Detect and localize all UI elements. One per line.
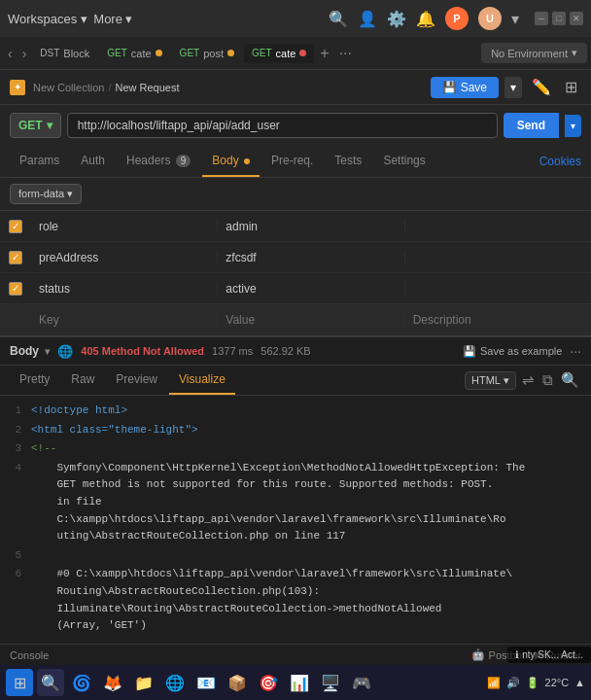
line-num-6: 6: [0, 566, 31, 634]
request-header: ✦ New Collection / New Request 💾 Save ▾ …: [0, 70, 591, 105]
search-icon[interactable]: 🔍: [329, 10, 348, 28]
edit-icon[interactable]: ✏️: [528, 76, 555, 98]
taskbar-app7-icon[interactable]: 🖥️: [317, 669, 344, 696]
checkbox-status[interactable]: ✓: [9, 282, 22, 296]
tab-get-cate-2[interactable]: GET cate: [244, 44, 314, 63]
taskbar-app6-icon[interactable]: 📊: [286, 669, 313, 696]
taskbar-chrome-icon[interactable]: 🌐: [161, 669, 189, 696]
copy-response-icon[interactable]: ⧉: [540, 369, 555, 391]
tab-prereq[interactable]: Pre-req.: [261, 146, 323, 177]
tab-label-dst: Block: [63, 48, 89, 59]
code-line-1: 1 <!doctype html>: [0, 402, 591, 421]
tab-params[interactable]: Params: [10, 146, 69, 177]
row-status-key: status: [31, 282, 218, 296]
response-tabs: Pretty Raw Preview Visualize HTML ▾ ⇌ ⧉ …: [0, 366, 591, 396]
row-role-checkbox[interactable]: ✓: [0, 220, 31, 233]
user-chevron[interactable]: ▾: [511, 10, 519, 28]
url-input[interactable]: [67, 113, 498, 138]
send-button[interactable]: Send: [504, 113, 559, 138]
response-dropdown[interactable]: ▾: [45, 346, 50, 357]
taskbar-app8-icon[interactable]: 🎮: [348, 669, 375, 696]
layout-icon[interactable]: ⊞: [561, 76, 581, 98]
tab-dot-orange-2: [227, 50, 234, 56]
taskbar-mail-icon[interactable]: 📧: [192, 669, 220, 696]
line-num-4: 4: [0, 460, 31, 545]
add-user-icon[interactable]: 👤: [358, 10, 377, 28]
format-selector[interactable]: HTML ▾: [465, 371, 516, 390]
checkbox-preaddress[interactable]: ✓: [9, 251, 22, 264]
request-tabs: Params Auth Headers 9 Body Pre-req. Test…: [0, 146, 591, 178]
tab-tests[interactable]: Tests: [325, 146, 371, 177]
response-more-button[interactable]: ···: [570, 343, 581, 359]
resp-tab-visualize[interactable]: Visualize: [169, 366, 235, 395]
send-label: Send: [517, 119, 545, 132]
new-tab-button[interactable]: +: [316, 45, 332, 62]
avatar[interactable]: U: [478, 7, 502, 30]
environment-selector[interactable]: No Environment ▾: [481, 43, 587, 63]
tab-settings-label: Settings: [383, 154, 425, 167]
tab-settings[interactable]: Settings: [373, 146, 435, 177]
taskbar-battery-icon[interactable]: 🔋: [526, 677, 539, 689]
tabs-prev-button[interactable]: ‹: [4, 46, 17, 61]
row-preaddress-checkbox[interactable]: ✓: [0, 251, 31, 264]
tab-headers[interactable]: Headers 9: [117, 146, 200, 177]
wrap-lines-icon[interactable]: ⇌: [520, 369, 537, 391]
workspaces-button[interactable]: Workspaces ▾: [8, 12, 87, 26]
send-dropdown-button[interactable]: ▾: [565, 115, 581, 137]
tab-dst-block[interactable]: DST Block: [32, 44, 97, 63]
settings-icon[interactable]: ⚙️: [387, 10, 406, 28]
line-num-2: 2: [0, 422, 31, 439]
taskbar-time: ▲: [574, 677, 585, 688]
more-chevron: ▾: [125, 12, 132, 26]
method-chevron: ▾: [47, 119, 52, 132]
search-response-icon[interactable]: 🔍: [559, 369, 581, 391]
tab-get-cate-1[interactable]: GET cate: [99, 44, 169, 63]
taskbar-firefox-icon[interactable]: 🦊: [99, 669, 126, 696]
response-code-area: 1 <!doctype html> 2 <html class="theme-l…: [0, 396, 591, 644]
form-data-selector[interactable]: form-data ▾: [10, 184, 82, 204]
tabs-next-button[interactable]: ›: [18, 46, 31, 61]
tab-body[interactable]: Body: [202, 146, 260, 177]
taskbar-software-icon[interactable]: 📦: [224, 669, 251, 696]
taskbar-search-button[interactable]: 🔍: [37, 669, 64, 696]
close-button[interactable]: ✕: [570, 12, 583, 25]
header-desc-label: Description: [405, 313, 591, 327]
taskbar-network-icon[interactable]: 📶: [487, 677, 501, 689]
tab-prereq-label: Pre-req.: [271, 154, 313, 167]
taskbar-volume-icon[interactable]: 🔊: [506, 677, 520, 689]
save-example-button[interactable]: 💾 Save as example: [463, 345, 562, 358]
minimize-button[interactable]: ─: [535, 12, 548, 25]
collection-icon: ✦: [10, 80, 25, 95]
taskbar-file-icon[interactable]: 📁: [130, 669, 157, 696]
maximize-button[interactable]: □: [552, 12, 566, 25]
more-button[interactable]: More ▾: [93, 12, 132, 26]
save-icon-resp: 💾: [463, 345, 476, 358]
tab-get-post[interactable]: GET post: [172, 44, 242, 63]
tab-auth[interactable]: Auth: [71, 146, 115, 177]
taskbar-edge-icon[interactable]: 🌀: [68, 669, 95, 696]
resp-tab-pretty[interactable]: Pretty: [10, 366, 59, 395]
save-button[interactable]: 💾 Save: [431, 77, 499, 98]
tab-tests-label: Tests: [334, 154, 362, 167]
form-data-label: form-data: [18, 188, 64, 199]
cookies-link[interactable]: Cookies: [539, 155, 581, 168]
taskbar-windows-button[interactable]: ⊞: [6, 669, 33, 696]
tab-dot-orange-1: [156, 50, 162, 56]
taskbar-app5-icon[interactable]: 🎯: [255, 669, 282, 696]
method-selector[interactable]: GET ▾: [10, 113, 61, 138]
resp-tab-preview[interactable]: Preview: [106, 366, 167, 395]
checkbox-role[interactable]: ✓: [9, 220, 22, 233]
env-chevron: ▾: [572, 47, 577, 59]
save-dropdown-button[interactable]: ▾: [504, 77, 522, 98]
request-name: New Request: [115, 82, 179, 93]
taskbar-right: 📶 🔊 🔋 22°C ▲: [487, 677, 585, 689]
collection-name[interactable]: New Collection: [33, 82, 104, 93]
resp-tab-raw[interactable]: Raw: [61, 366, 104, 395]
console-button[interactable]: Console: [10, 649, 49, 661]
bell-icon[interactable]: 🔔: [416, 10, 435, 28]
row-status-checkbox[interactable]: ✓: [0, 282, 31, 296]
tabs-more-button[interactable]: ···: [335, 45, 356, 62]
window-controls: ─ □ ✕: [535, 12, 583, 25]
body-modified-dot: [244, 158, 250, 164]
line-content-5: [31, 547, 591, 565]
